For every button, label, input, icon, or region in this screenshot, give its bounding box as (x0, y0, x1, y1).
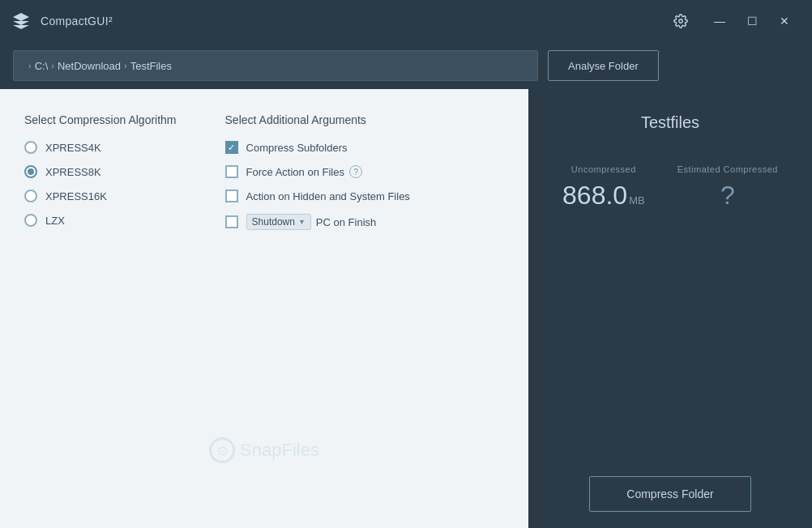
radio-lzx-label: LZX (45, 215, 65, 227)
watermark-text: SnapFiles (240, 440, 319, 461)
title-bar-controls: — ☐ ✕ (666, 8, 799, 34)
app-title: CompactGUI² (41, 15, 113, 28)
dropdown-arrow-icon: ▼ (298, 218, 306, 226)
radio-item-xpress4k[interactable]: XPRESS4K (24, 141, 177, 154)
radio-item-xpress16k[interactable]: XPRESS16K (24, 189, 177, 202)
settings-button[interactable] (666, 8, 695, 34)
title-bar-left: CompactGUI² (10, 10, 113, 32)
radio-xpress16k-label: XPRESS16K (45, 190, 107, 202)
analyse-folder-button[interactable]: Analyse Folder (548, 50, 659, 81)
uncompressed-unit: MB (629, 194, 645, 207)
checkbox-shutdown (225, 215, 238, 228)
uncompressed-value: 868.0MB (562, 181, 645, 211)
checkbox-hidden-system (225, 189, 238, 202)
uncompressed-label: Uncompressed (571, 164, 636, 174)
checkbox-force-action-label: Force Action on Files ? (246, 165, 362, 178)
path-part1: C:\ (35, 60, 49, 72)
estimated-label: Estimated Compressed (677, 164, 778, 174)
radio-xpress8k-label: XPRESS8K (45, 166, 101, 178)
arguments-section-title: Select Additional Arguments (225, 113, 410, 126)
uncompressed-stat: Uncompressed 868.0MB (562, 164, 645, 211)
radio-lzx-circle (24, 214, 37, 227)
main-content: Select Compression Algorithm XPRESS4K XP… (0, 89, 812, 528)
checkbox-compress-subfolders-label: Compress Subfolders (246, 142, 348, 154)
path-chevron-2-icon: › (51, 61, 54, 70)
path-part2: NetDownload (58, 60, 121, 72)
checkbox-item-force-action[interactable]: Force Action on Files ? (225, 165, 410, 178)
left-panel-inner: Select Compression Algorithm XPRESS4K XP… (24, 113, 504, 230)
watermark: ⊙ SnapFiles (209, 437, 319, 463)
checkbox-compress-subfolders (225, 141, 238, 154)
svg-point-0 (679, 19, 683, 23)
title-bar: CompactGUI² — ☐ ✕ (0, 0, 812, 42)
arguments-section: Select Additional Arguments Compress Sub… (225, 113, 410, 230)
left-panel: Select Compression Algorithm XPRESS4K XP… (0, 89, 528, 528)
shutdown-dropdown-label: Shutdown (252, 216, 295, 228)
shutdown-row: Shutdown ▼ PC on Finish (246, 214, 377, 230)
radio-item-xpress8k[interactable]: XPRESS8K (24, 165, 177, 178)
shutdown-dropdown[interactable]: Shutdown ▼ (246, 214, 311, 230)
radio-item-lzx[interactable]: LZX (24, 214, 177, 227)
path-part3: TestFiles (130, 60, 172, 72)
stats-row: Uncompressed 868.0MB Estimated Compresse… (545, 164, 796, 211)
folder-name: Testfiles (641, 113, 699, 132)
radio-xpress16k-circle (24, 189, 37, 202)
radio-xpress8k-circle (24, 165, 37, 178)
watermark-icon: ⊙ (209, 437, 235, 463)
app-icon (10, 10, 32, 32)
force-action-help-badge[interactable]: ? (349, 165, 362, 178)
radio-xpress4k-circle (24, 141, 37, 154)
close-button[interactable]: ✕ (770, 8, 799, 34)
checkbox-item-shutdown[interactable]: Shutdown ▼ PC on Finish (225, 214, 410, 230)
checkbox-hidden-system-label: Action on Hidden and System Files (246, 190, 410, 202)
uncompressed-number: 868.0 (562, 181, 627, 211)
radio-xpress4k-label: XPRESS4K (45, 142, 101, 154)
path-chevron-icon: › (28, 61, 32, 70)
checkbox-shutdown-label: Shutdown ▼ PC on Finish (246, 214, 377, 230)
maximize-button[interactable]: ☐ (737, 8, 767, 34)
path-chevron-3-icon: › (124, 61, 127, 70)
path-bar[interactable]: › C:\ › NetDownload › TestFiles (13, 50, 538, 81)
checkbox-force-action (225, 165, 238, 178)
compress-folder-button[interactable]: Compress Folder (589, 476, 751, 512)
right-panel: Testfiles Uncompressed 868.0MB Estimated… (528, 89, 812, 528)
compression-section: Select Compression Algorithm XPRESS4K XP… (24, 113, 177, 230)
estimated-value: ? (720, 181, 735, 211)
algorithm-radio-group: XPRESS4K XPRESS8K XPRESS16K LZX (24, 141, 177, 227)
checkbox-item-compress-subfolders[interactable]: Compress Subfolders (225, 141, 410, 154)
path-bar-container: › C:\ › NetDownload › TestFiles Analyse … (0, 42, 812, 89)
arguments-checkbox-group: Compress Subfolders Force Action on File… (225, 141, 410, 230)
pc-on-finish-label: PC on Finish (316, 216, 376, 228)
compression-section-title: Select Compression Algorithm (24, 113, 177, 126)
estimated-stat: Estimated Compressed ? (677, 164, 778, 211)
minimize-button[interactable]: — (705, 8, 734, 34)
checkbox-item-hidden-system[interactable]: Action on Hidden and System Files (225, 189, 410, 202)
